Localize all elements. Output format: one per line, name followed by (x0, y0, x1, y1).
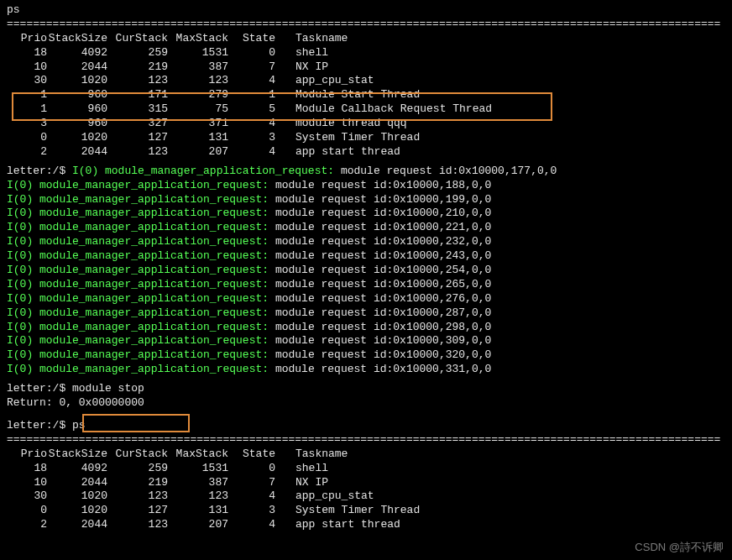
table-row: 3010201231234app_cpu_stat (7, 74, 492, 88)
table-row: 220441232074app start thread (7, 145, 492, 160)
divider: ========================================… (7, 18, 725, 32)
col-state: State (228, 32, 275, 46)
log-line: I(0) module_manager_application_request:… (7, 235, 725, 249)
return-line: Return: 0, 0x00000000 (7, 396, 725, 411)
table-row: 220441232074app start thread (7, 518, 420, 532)
log-line: I(0) module_manager_application_request:… (7, 278, 725, 292)
table-row: 18409225915310shell (7, 46, 492, 60)
prompt-ps-2[interactable]: letter:/$ ps (7, 419, 725, 433)
table-row: 1020442193877NX IP (7, 476, 420, 490)
log-line: I(0) module_manager_application_request:… (7, 321, 725, 335)
table-row: 010201271313System Timer Thread (7, 504, 420, 518)
table-row: 19601712791Module Start Thread (7, 88, 492, 102)
ps-table-2: Prio StackSize CurStack MaxStack State T… (7, 447, 420, 532)
table-row: 39603273714module thread qqq (7, 117, 492, 131)
table-row: 1020442193877NX IP (7, 60, 492, 75)
ps-table-1: Prio StackSize CurStack MaxStack State T… (7, 32, 492, 160)
log-line: I(0) module_manager_application_request:… (7, 306, 725, 321)
prompt-log-first: letter:/$ I(0) module_manager_applicatio… (7, 165, 725, 179)
log-line: I(0) module_manager_application_request:… (7, 292, 725, 306)
col-maxstack: MaxStack (168, 32, 228, 46)
table-row: 18409225915310shell (7, 462, 420, 476)
table-row: 3010201231234app_cpu_stat (7, 489, 420, 504)
col-curstack: CurStack (107, 32, 168, 46)
log-line: I(0) module_manager_application_request:… (7, 221, 725, 235)
col-taskname: Taskname (275, 32, 492, 46)
log-line: I(0) module_manager_application_request:… (7, 264, 725, 278)
table-row: 1960315755Module Callback Request Thread (7, 102, 492, 117)
log-line: I(0) module_manager_application_request:… (7, 363, 725, 377)
log-line: I(0) module_manager_application_request:… (7, 207, 725, 221)
log-line: I(0) module_manager_application_request:… (7, 348, 725, 363)
log-line: I(0) module_manager_application_request:… (7, 179, 725, 193)
cmd-echo-ps: ps (7, 3, 725, 18)
log-line: I(0) module_manager_application_request:… (7, 334, 725, 348)
divider: ========================================… (7, 433, 725, 447)
col-stacksize: StackSize (47, 32, 107, 46)
ps-header-row: Prio StackSize CurStack MaxStack State T… (7, 32, 492, 46)
col-prio: Prio (7, 32, 47, 46)
watermark: CSDN @詩不诉卿 (635, 541, 724, 555)
log-line: I(0) module_manager_application_request:… (7, 249, 725, 264)
log-line: I(0) module_manager_application_request:… (7, 193, 725, 207)
prompt-module-stop[interactable]: letter:/$ module stop (7, 382, 725, 396)
ps-header-row: Prio StackSize CurStack MaxStack State T… (7, 447, 420, 462)
table-row: 010201271313System Timer Thread (7, 131, 492, 145)
